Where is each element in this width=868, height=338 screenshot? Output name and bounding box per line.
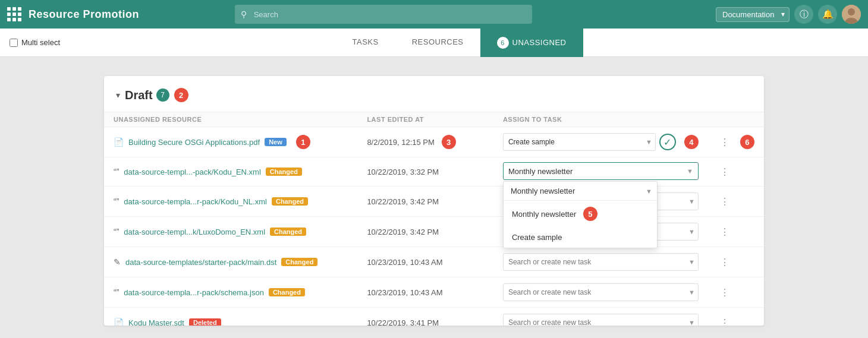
confirm-button[interactable]: ✓ [659, 134, 676, 150]
unassigned-tab-label: UNASSIGNED [512, 38, 567, 47]
doc-select-wrap: Documentation Project Wiki [716, 7, 790, 22]
resource-cell: “” data-source-templ...k/LuxoDomo_EN.xml… [104, 217, 357, 247]
status-badge: Deleted [189, 318, 221, 326]
resource-filename: Kodu Master.sdt [128, 318, 184, 326]
actions-cell: ⋮ [708, 157, 764, 187]
file-edit-icon: ✎ [114, 257, 121, 267]
more-options-button[interactable]: ⋮ [718, 225, 732, 239]
actions-cell: ⋮ [708, 187, 764, 217]
edited-time: 10/22/2019, 3:32 PM [367, 168, 439, 176]
resource-filename: Building Secure OSGi Applications.pdf [128, 138, 260, 147]
dropdown-header: ▼ [504, 182, 657, 201]
assign-input[interactable] [503, 283, 699, 301]
tasks-tab-label: TASKS [353, 37, 379, 46]
edited-cell: 10/22/2019, 3:42 PM [357, 187, 493, 217]
more-options-button[interactable]: ⋮ [718, 255, 732, 269]
assign-input[interactable] [503, 314, 699, 326]
bell-icon: 🔔 [822, 9, 834, 20]
edited-time: 10/23/2019, 10:43 AM [367, 258, 442, 267]
assign-select-wrap: Create sample Monthly newsletter ▼ [503, 133, 656, 151]
resource-cell: “” data-source-templ...-pack/Kodu_EN.xml… [104, 157, 357, 187]
resource-filename: data-source-templa...r-pack/schema.json [124, 288, 264, 297]
resource-name: ✎ data-source-templates/starter-pack/mai… [114, 257, 348, 267]
resource-name: “” data-source-templ...k/LuxoDomo_EN.xml… [114, 227, 348, 236]
quote-icon: “” [114, 227, 119, 236]
assign-cell: Monthly newsletter ▼ ▼ [493, 157, 708, 187]
table-row: ✎ data-source-templates/starter-pack/mai… [104, 247, 764, 277]
table-row: “” data-source-templa...r-pack/Kodu_NL.x… [104, 187, 764, 217]
step-badge-2: 2 [174, 88, 188, 102]
header-right: Documentation Project Wiki ⓘ 🔔 [716, 5, 861, 24]
draft-title: Draft [125, 89, 153, 102]
edited-time: 8/2/2019, 12:15 PM [367, 138, 434, 147]
table-row: “” data-source-templ...k/LuxoDomo_EN.xml… [104, 217, 764, 247]
more-options-button[interactable]: ⋮ [718, 315, 732, 326]
step-badge-4: 4 [684, 135, 699, 149]
resource-name: 📄 Kodu Master.sdt Deleted [114, 318, 348, 326]
assign-select-wrap: ▼ [503, 314, 699, 326]
edited-cell: 8/2/2019, 12:15 PM 3 [357, 127, 493, 157]
resource-name: “” data-source-templa...r-pack/Kodu_NL.x… [114, 197, 348, 206]
status-badge: Changed [272, 197, 308, 206]
table-row: “” data-source-templ...-pack/Kodu_EN.xml… [104, 157, 764, 187]
assign-cell: ▼ [493, 308, 708, 326]
more-options-button[interactable]: ⋮ [718, 285, 732, 299]
chevron-down-icon: ▼ [687, 168, 693, 175]
tab-unassigned[interactable]: 6 UNASSIGNED [480, 29, 583, 57]
col-header-assign: ASSIGN TO TASK [493, 112, 708, 127]
global-search: ⚲ [235, 5, 532, 24]
quote-icon: “” [114, 288, 119, 297]
actions-cell: ⋮ [708, 217, 764, 247]
actions-cell: ⋮ 6 [708, 127, 764, 157]
multi-select-input[interactable] [10, 39, 18, 47]
search-input[interactable] [235, 5, 532, 24]
resource-filename: data-source-templ...k/LuxoDomo_EN.xml [124, 228, 265, 236]
actions-cell: ⋮ [708, 247, 764, 277]
resource-cell: ✎ data-source-templates/starter-pack/mai… [104, 247, 357, 277]
assign-select-wrap: ▼ [503, 283, 699, 301]
app-header: Resource Promotion ⚲ Documentation Proje… [0, 0, 868, 29]
draft-card: ▾ Draft 7 2 UNASSIGNED RESOURCE LAST EDI… [104, 76, 764, 326]
resource-name: “” data-source-templ...-pack/Kodu_EN.xml… [114, 167, 348, 176]
info-icon: ⓘ [800, 9, 809, 20]
edited-time: 10/23/2019, 10:43 AM [367, 288, 442, 297]
resource-name: 📄 Building Secure OSGi Applications.pdf … [114, 135, 348, 149]
resource-cell: 📄 Kodu Master.sdt Deleted [104, 308, 357, 326]
tab-resources[interactable]: RESOURCES [395, 29, 480, 57]
app-title: Resource Promotion [29, 8, 139, 21]
col-header-edited: LAST EDITED AT [357, 112, 493, 127]
resources-tab-label: RESOURCES [412, 37, 464, 46]
resource-filename: data-source-templates/starter-pack/main.… [125, 258, 276, 267]
more-options-button[interactable]: ⋮ [718, 165, 732, 179]
assign-input[interactable] [503, 253, 699, 271]
collapse-arrow-icon[interactable]: ▾ [116, 90, 120, 100]
table-header-row: UNASSIGNED RESOURCE LAST EDITED AT ASSIG… [104, 112, 764, 127]
assign-select[interactable]: Create sample Monthly newsletter [503, 133, 656, 151]
table-row: 📄 Building Secure OSGi Applications.pdf … [104, 127, 764, 157]
chevron-down-icon: ▼ [646, 188, 652, 195]
assign-row: Create sample Monthly newsletter ▼ ✓ 4 [503, 133, 699, 151]
assign-selected-value: Monthly newsletter [508, 167, 573, 176]
assign-dropdown-trigger[interactable]: Monthly newsletter ▼ [503, 162, 699, 180]
notifications-button[interactable]: 🔔 [818, 5, 837, 24]
user-avatar[interactable] [842, 5, 861, 24]
more-options-button[interactable]: ⋮ [718, 135, 732, 149]
step-badge-1: 1 [296, 135, 310, 149]
documentation-select[interactable]: Documentation Project Wiki [716, 7, 790, 22]
more-options-button[interactable]: ⋮ [718, 194, 732, 209]
resource-table-scroll[interactable]: UNASSIGNED RESOURCE LAST EDITED AT ASSIG… [104, 112, 764, 326]
resource-table: UNASSIGNED RESOURCE LAST EDITED AT ASSIG… [104, 112, 764, 326]
grid-menu-icon[interactable] [7, 7, 21, 21]
edited-time: 10/22/2019, 3:42 PM [367, 197, 439, 206]
unassigned-badge: 6 [497, 37, 509, 49]
tab-tasks[interactable]: TASKS [336, 29, 395, 57]
col-header-resource: UNASSIGNED RESOURCE [104, 112, 357, 127]
edited-time: 10/22/2019, 3:41 PM [367, 318, 439, 326]
multi-select-checkbox[interactable]: Multi select [10, 38, 60, 47]
col-header-actions [708, 112, 764, 127]
file-icon: 📄 [114, 137, 124, 147]
dropdown-item[interactable]: Create sample [504, 227, 657, 248]
dropdown-item[interactable]: Monthly newsletter 5 [504, 201, 657, 227]
info-button[interactable]: ⓘ [794, 5, 813, 24]
dropdown-search-input[interactable] [508, 185, 646, 197]
